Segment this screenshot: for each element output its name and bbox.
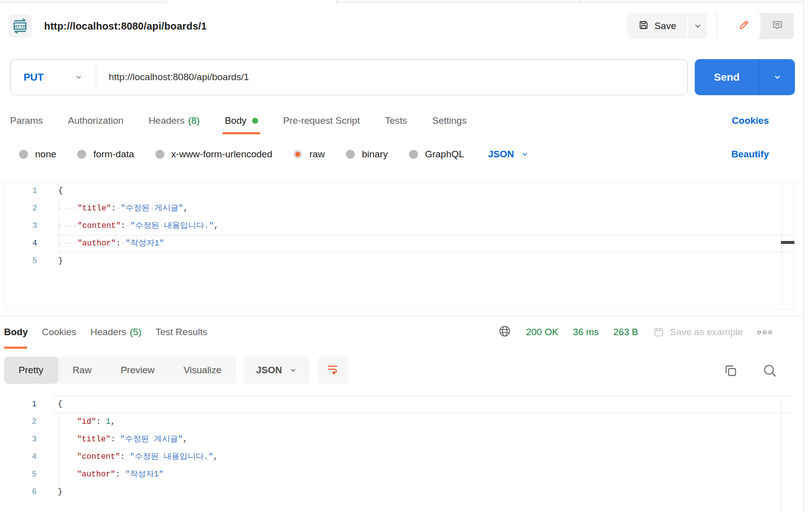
- response-view-toolbar: Pretty Raw Preview Visualize JSON: [4, 357, 348, 384]
- pencil-icon: [738, 19, 750, 33]
- wrap-text-icon: [326, 363, 339, 378]
- code-line[interactable]: 4 "content": "수정된 내용입니다.",: [4, 448, 794, 466]
- svg-text:HTTP: HTTP: [14, 24, 26, 29]
- save-options-button[interactable]: [688, 13, 707, 39]
- radio-icon: [409, 150, 418, 159]
- line-number: 5: [5, 252, 53, 270]
- comment-icon: [771, 19, 783, 33]
- tab-pre-request-script[interactable]: Pre-request Script: [283, 107, 360, 134]
- line-number: 3: [5, 217, 53, 235]
- code-line[interactable]: 5}: [5, 252, 793, 270]
- tab-divider: [580, 0, 580, 4]
- inactive-tab-edge[interactable]: [0, 0, 166, 3]
- tab-tests[interactable]: Tests: [385, 107, 407, 134]
- code-line[interactable]: 2 "id": 1,: [4, 413, 794, 431]
- request-header: HTTP http://localhost:8080/api/boards/1 …: [8, 12, 794, 40]
- wrap-text-button[interactable]: [318, 357, 348, 384]
- edit-comment-toggle: [727, 13, 794, 39]
- line-number: 5: [4, 466, 53, 483]
- radio-icon: [346, 150, 355, 159]
- send-button[interactable]: Send: [695, 59, 759, 95]
- line-number: 2: [5, 200, 53, 217]
- view-preview[interactable]: Preview: [106, 357, 169, 384]
- line-number: 1: [4, 396, 53, 413]
- response-size[interactable]: 263 B: [614, 327, 639, 338]
- code-line[interactable]: 4····"author":·"작성자1": [5, 235, 793, 252]
- radio-form-data[interactable]: form-data: [77, 149, 134, 160]
- headers-count: (8): [188, 115, 199, 126]
- response-body-editor[interactable]: 1{2 "id": 1,3 "title": "수정된 게시글",4 "cont…: [4, 395, 794, 512]
- line-number: 4: [5, 235, 53, 252]
- response-tab-body[interactable]: Body: [4, 327, 28, 338]
- request-body-editor[interactable]: 1{2····"title":·"수정된·게시글",3····"content"…: [4, 182, 794, 310]
- radio-icon: [77, 150, 86, 159]
- code-line[interactable]: 3 "title": "수정된 게시글",: [4, 431, 794, 448]
- view-visualize[interactable]: Visualize: [169, 357, 236, 384]
- body-modified-dot: [252, 118, 258, 124]
- tab-body[interactable]: Body: [225, 107, 258, 134]
- copy-button[interactable]: [723, 363, 739, 379]
- radio-binary[interactable]: binary: [346, 149, 388, 160]
- radio-icon: [19, 150, 28, 159]
- save-button[interactable]: Save: [627, 13, 687, 39]
- header-divider: [717, 13, 717, 40]
- tab-authorization[interactable]: Authorization: [68, 107, 123, 134]
- tab-divider: [166, 0, 166, 4]
- line-number: 6: [4, 483, 53, 501]
- request-language-dropdown[interactable]: JSON: [488, 149, 529, 160]
- view-switcher: Pretty Raw Preview Visualize: [4, 357, 236, 384]
- code-line[interactable]: 6}: [4, 483, 794, 501]
- code-line[interactable]: 3····"content":·"수정된·내용입니다.",: [5, 217, 793, 235]
- response-tab-test-results[interactable]: Test Results: [155, 327, 207, 338]
- radio-icon: [155, 150, 164, 159]
- cookies-link[interactable]: Cookies: [732, 107, 769, 134]
- body-type-bar: none form-data x-www-form-urlencoded raw…: [19, 145, 529, 163]
- tab-settings[interactable]: Settings: [432, 107, 467, 134]
- code-line[interactable]: 5 "author": "작성자1": [4, 466, 794, 483]
- globe-icon[interactable]: [498, 325, 511, 340]
- overview-ruler: [781, 395, 781, 512]
- line-number: 3: [4, 431, 53, 448]
- code-line[interactable]: 1{: [4, 396, 794, 413]
- save-as-example-button[interactable]: Save as example: [653, 326, 743, 338]
- view-pretty[interactable]: Pretty: [4, 357, 58, 384]
- inactive-tab-edge[interactable]: [337, 0, 580, 3]
- code-line[interactable]: 2····"title":·"수정된·게시글",: [5, 200, 793, 217]
- panel-right-border: [803, 0, 804, 512]
- http-protocol-icon: HTTP: [8, 14, 32, 38]
- radio-x-www-form-urlencoded[interactable]: x-www-form-urlencoded: [155, 149, 273, 160]
- inactive-tab-edge[interactable]: [580, 0, 804, 3]
- overview-ruler: [781, 182, 782, 309]
- url-input[interactable]: http://localhost:8080/api/boards/1: [96, 72, 249, 83]
- beautify-link[interactable]: Beautify: [731, 145, 769, 163]
- radio-none[interactable]: none: [19, 149, 56, 160]
- tab-headers[interactable]: Headers(8): [148, 107, 199, 134]
- response-language-dropdown[interactable]: JSON: [244, 357, 309, 384]
- method-dropdown[interactable]: PUT: [11, 72, 96, 83]
- url-bar: PUT http://localhost:8080/api/boards/1: [10, 59, 688, 95]
- edit-mode-button[interactable]: [727, 13, 760, 39]
- response-tab-cookies[interactable]: Cookies: [42, 327, 77, 338]
- status-badge[interactable]: 200 OK: [526, 327, 558, 338]
- tab-divider: [336, 0, 337, 4]
- response-tabs: Body Cookies Headers(5) Test Results: [4, 325, 208, 340]
- indent-guide: [58, 413, 59, 483]
- postman-window: HTTP http://localhost:8080/api/boards/1 …: [0, 0, 812, 512]
- overview-ruler-marker: [781, 241, 794, 244]
- response-time[interactable]: 36 ms: [573, 327, 599, 338]
- tab-params[interactable]: Params: [10, 107, 43, 134]
- code-line[interactable]: 1{: [5, 182, 793, 200]
- indent-guide: [59, 200, 59, 253]
- response-meta: 200 OK 36 ms 263 B Save as example: [498, 325, 772, 340]
- response-tab-headers[interactable]: Headers(5): [90, 327, 141, 338]
- comments-button[interactable]: [760, 13, 794, 39]
- response-headers-count: (5): [130, 327, 141, 338]
- search-icon[interactable]: [762, 363, 778, 379]
- line-number: 2: [4, 413, 53, 431]
- radio-raw[interactable]: raw: [293, 149, 325, 160]
- more-actions-button[interactable]: [757, 331, 772, 334]
- send-options-button[interactable]: [759, 59, 795, 95]
- view-raw[interactable]: Raw: [58, 357, 106, 384]
- radio-graphql[interactable]: GraphQL: [409, 149, 464, 160]
- line-number: 1: [5, 182, 53, 200]
